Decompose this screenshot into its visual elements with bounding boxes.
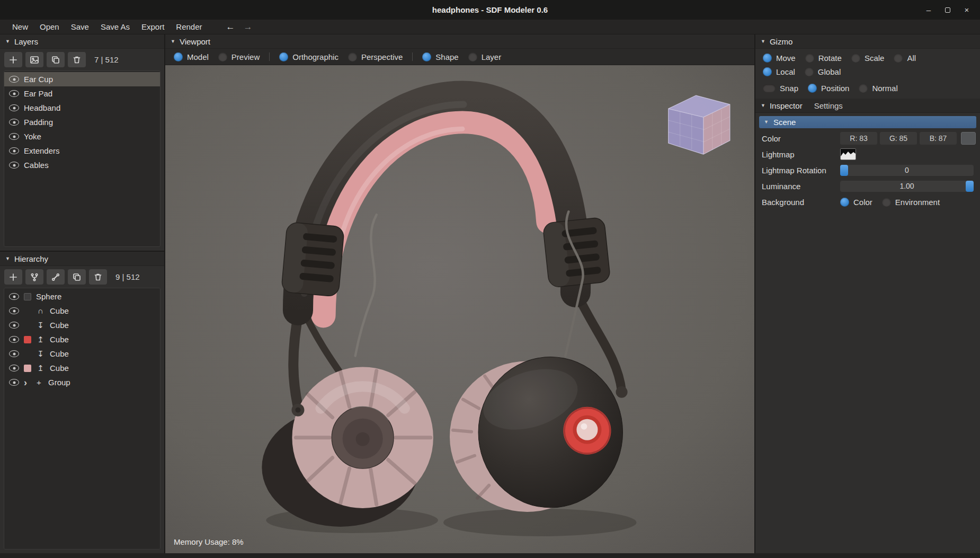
- gizmo-header[interactable]: ▼ Gizmo: [755, 34, 980, 49]
- gizmo-move-radio[interactable]: Move: [763, 54, 796, 63]
- layer-row-padding[interactable]: Padding: [4, 115, 160, 129]
- node-row-cube-4[interactable]: ↧ Cube: [4, 347, 160, 361]
- viewport-canvas[interactable]: Memory Usage: 8%: [165, 65, 754, 553]
- color-b-field[interactable]: B: 87: [920, 132, 957, 145]
- layer-label: Headband: [24, 103, 60, 112]
- visibility-eye-icon[interactable]: [9, 76, 19, 83]
- menu-render[interactable]: Render: [170, 21, 208, 32]
- tab-inspector[interactable]: ▼ Inspector: [761, 101, 803, 110]
- nav-cube-gizmo[interactable]: [669, 95, 730, 154]
- layer-row-headband[interactable]: Headband: [4, 101, 160, 115]
- lightmap-thumbnail[interactable]: [840, 148, 856, 160]
- layer-row-cables[interactable]: Cables: [4, 158, 160, 172]
- node-row-cube-1[interactable]: ∩ Cube: [4, 304, 160, 318]
- gizmo-scale-radio[interactable]: Scale: [851, 54, 885, 63]
- projection-perspective-radio[interactable]: Perspective: [348, 52, 403, 61]
- radio-label: All: [907, 54, 916, 63]
- visibility-eye-icon[interactable]: [9, 365, 19, 371]
- node-row-cube-3[interactable]: ↥ Cube: [4, 332, 160, 347]
- op-up-icon: ↥: [36, 335, 45, 344]
- tab-settings[interactable]: Settings: [814, 101, 843, 110]
- node-row-sphere[interactable]: Sphere: [4, 289, 160, 304]
- color-row: Color R: 83 G: 85 B: 87: [755, 130, 980, 146]
- lightmap-rotation-slider[interactable]: 0: [840, 165, 974, 176]
- node-swatch-empty: [24, 350, 31, 358]
- slider-handle[interactable]: [966, 181, 974, 192]
- layer-row-ear-cup[interactable]: Ear Cup: [4, 72, 160, 86]
- node-row-group[interactable]: › + Group: [4, 375, 160, 389]
- node-row-cube-2[interactable]: ↧ Cube: [4, 318, 160, 332]
- color-g-field[interactable]: G: 85: [880, 132, 917, 145]
- redo-forward-icon[interactable]: →: [244, 22, 253, 32]
- visibility-eye-icon[interactable]: [9, 336, 19, 343]
- background-color-radio[interactable]: Color: [840, 198, 872, 207]
- add-layer-button[interactable]: [4, 52, 22, 67]
- display-layer-radio[interactable]: Layer: [468, 52, 502, 61]
- visibility-eye-icon[interactable]: [9, 162, 19, 169]
- app-window: headphones - SDF Modeler 0.6 – × New Ope…: [0, 0, 980, 558]
- minimize-button[interactable]: –: [922, 3, 936, 17]
- duplicate-layer-button[interactable]: [47, 52, 65, 67]
- layers-title: Layers: [14, 37, 38, 46]
- radio-dot: [859, 84, 868, 93]
- menu-save[interactable]: Save: [65, 21, 95, 32]
- visibility-eye-icon[interactable]: [9, 90, 19, 97]
- menu-open[interactable]: Open: [34, 21, 65, 32]
- color-r-field[interactable]: R: 83: [840, 132, 877, 145]
- layer-row-ear-pad[interactable]: Ear Pad: [4, 86, 160, 101]
- close-button[interactable]: ×: [960, 3, 974, 17]
- maximize-button[interactable]: [941, 3, 955, 17]
- layer-row-extenders[interactable]: Extenders: [4, 144, 160, 158]
- node-row-cube-5[interactable]: ↥ Cube: [4, 361, 160, 375]
- mode-preview-radio[interactable]: Preview: [218, 52, 260, 61]
- duplicate-node-button[interactable]: [68, 269, 86, 285]
- scene-section-header[interactable]: ▼ Scene: [759, 116, 976, 128]
- radio-dot: [894, 54, 903, 63]
- visibility-eye-icon[interactable]: [9, 104, 19, 111]
- viewport-header[interactable]: ▼ Viewport: [165, 34, 754, 49]
- visibility-eye-icon[interactable]: [9, 133, 19, 140]
- color-preview-swatch[interactable]: [961, 132, 976, 145]
- visibility-eye-icon[interactable]: [9, 147, 19, 154]
- layer-label: Yoke: [24, 132, 41, 141]
- menu-export[interactable]: Export: [136, 21, 170, 32]
- menu-new[interactable]: New: [6, 21, 34, 32]
- titlebar[interactable]: headphones - SDF Modeler 0.6 – ×: [0, 0, 980, 20]
- layer-row-yoke[interactable]: Yoke: [4, 129, 160, 144]
- gizmo-all-radio[interactable]: All: [894, 54, 916, 63]
- layer-image-button[interactable]: [25, 52, 43, 67]
- hierarchy-header[interactable]: ▼ Hierarchy: [0, 252, 164, 266]
- branch-button[interactable]: [25, 269, 43, 285]
- node-label: Cube: [50, 335, 69, 344]
- snap-toggle[interactable]: Snap: [763, 84, 798, 93]
- snap-normal-radio[interactable]: Normal: [859, 84, 897, 93]
- visibility-eye-icon[interactable]: [9, 322, 19, 329]
- projection-orthographic-radio[interactable]: Orthographic: [279, 52, 338, 61]
- delete-node-button[interactable]: [89, 269, 107, 285]
- visibility-eye-icon[interactable]: [9, 119, 19, 126]
- visibility-eye-icon[interactable]: [9, 350, 19, 357]
- expand-icon[interactable]: ›: [24, 378, 30, 387]
- slider-handle[interactable]: [840, 165, 848, 176]
- layer-label: Ear Cup: [24, 75, 53, 84]
- delete-layer-button[interactable]: [68, 52, 86, 67]
- visibility-eye-icon[interactable]: [9, 379, 19, 386]
- gizmo-rotate-radio[interactable]: Rotate: [805, 54, 842, 63]
- luminance-slider[interactable]: 1.00: [840, 181, 974, 192]
- mode-model-radio[interactable]: Model: [174, 52, 209, 61]
- gizmo-global-radio[interactable]: Global: [805, 67, 841, 76]
- undo-back-icon[interactable]: ←: [226, 22, 235, 32]
- visibility-eye-icon[interactable]: [9, 307, 19, 314]
- layers-header[interactable]: ▼ Layers: [0, 34, 164, 49]
- snap-position-radio[interactable]: Position: [808, 84, 849, 93]
- background-environment-radio[interactable]: Environment: [882, 198, 940, 207]
- menu-save-as[interactable]: Save As: [95, 21, 136, 32]
- display-shape-radio[interactable]: Shape: [422, 52, 458, 61]
- bone-tool-button[interactable]: [47, 269, 65, 285]
- close-icon: ×: [965, 5, 969, 14]
- add-node-button[interactable]: [4, 269, 22, 285]
- visibility-eye-icon[interactable]: [9, 293, 19, 300]
- layer-label: Ear Pad: [24, 89, 52, 98]
- gizmo-local-radio[interactable]: Local: [763, 67, 795, 76]
- hierarchy-panel: ▼ Hierarchy 9 | 512 Sphere: [0, 252, 164, 553]
